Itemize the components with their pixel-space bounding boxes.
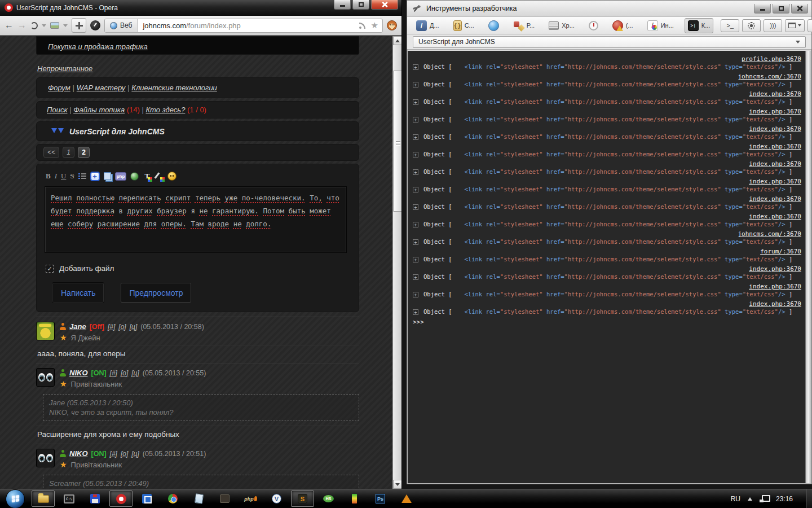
dock-button[interactable] [807, 19, 812, 32]
post-action-link[interactable]: [о] [121, 369, 128, 377]
tab-utilities[interactable]: Ин... [644, 18, 677, 33]
php-icon[interactable]: php [115, 172, 127, 181]
underline-icon[interactable]: U [61, 172, 66, 181]
taskbar-item-gradient[interactable] [343, 491, 366, 507]
expand-icon[interactable]: + [413, 82, 418, 87]
unread-link[interactable]: Непрочитанное [37, 64, 92, 73]
images-icon[interactable] [50, 22, 59, 29]
console-prompt[interactable]: >>> [408, 318, 805, 326]
post-action-link[interactable]: [о] [121, 450, 128, 458]
expand-icon[interactable]: + [413, 169, 418, 175]
start-button[interactable] [6, 489, 25, 508]
clock[interactable]: 23:16 [776, 495, 793, 503]
taskbar-item-alert[interactable] [395, 491, 418, 507]
scroll-up-arrow[interactable] [393, 36, 401, 45]
context-selector[interactable]: UserScript для JohnCMS [413, 36, 806, 48]
expand-icon[interactable]: + [413, 117, 418, 122]
maximize-button[interactable] [352, 0, 369, 10]
preview-button[interactable]: Предпросмотр [121, 283, 191, 303]
expand-icon[interactable]: + [413, 152, 418, 157]
expand-icon[interactable]: + [413, 274, 418, 280]
post-action-link[interactable]: [#] [110, 369, 117, 377]
settings-button[interactable] [742, 19, 761, 32]
monkey-extension-icon[interactable] [387, 20, 397, 30]
close-button[interactable] [371, 0, 398, 10]
address-bar[interactable]: Веб johncms.com/forum/index.php ★ [104, 19, 383, 33]
tab-resources[interactable]: Р... [510, 18, 538, 33]
tab-documents[interactable]: Д... [413, 18, 443, 33]
page-button[interactable]: 1 [63, 147, 74, 158]
reload-dropdown-icon[interactable] [42, 24, 46, 29]
copy-icon[interactable] [104, 172, 111, 180]
search-link[interactable]: Поиск [47, 106, 68, 114]
italic-icon[interactable]: I [55, 172, 57, 181]
expand-icon[interactable]: + [413, 99, 418, 105]
opera-titlebar[interactable]: UserScript для JohnCMS - Opera [0, 0, 401, 16]
bold-icon[interactable]: B [46, 172, 51, 181]
tab-errors[interactable]: (... [609, 18, 637, 33]
rss-icon[interactable] [359, 22, 367, 29]
devtools-titlebar[interactable]: Инструменты разработчика [407, 1, 811, 17]
expand-icon[interactable]: + [413, 187, 418, 192]
post-action-link[interactable]: [ц] [131, 369, 139, 377]
expand-icon[interactable]: + [413, 239, 418, 245]
page-button[interactable]: << [43, 147, 59, 158]
post-action-link[interactable]: [#] [110, 450, 117, 458]
expand-icon[interactable]: + [413, 64, 418, 70]
post-action-link[interactable]: [#] [108, 323, 115, 331]
expand-icon[interactable]: + [413, 222, 418, 227]
expand-icon[interactable]: + [413, 292, 418, 297]
language-indicator[interactable]: RU [731, 495, 740, 503]
tab-profiler[interactable] [585, 19, 602, 33]
attach-file-checkbox[interactable]: ✓ [46, 265, 54, 273]
textcolor-icon[interactable]: T [143, 172, 151, 181]
who-is-here-link[interactable]: Кто здесь? [145, 106, 185, 114]
minimize-button[interactable] [754, 4, 771, 14]
page-scrollbar[interactable] [392, 36, 401, 489]
message-textarea[interactable]: Решил полностью переписать скрипт теперь… [45, 186, 347, 253]
forward-icon[interactable]: → [17, 19, 27, 32]
minimize-button[interactable] [334, 0, 351, 10]
scroll-thumb[interactable] [393, 71, 401, 212]
add-icon[interactable]: + [90, 172, 100, 181]
link-icon[interactable] [130, 172, 139, 181]
console-prompt-button[interactable]: >_ [721, 19, 739, 32]
list-icon[interactable] [78, 173, 86, 179]
tab-scripts[interactable]: С... [450, 18, 478, 33]
attach-window-button[interactable] [785, 19, 805, 32]
author-link[interactable]: NIKO [69, 449, 88, 458]
remote-debug-button[interactable]: ))) [764, 19, 782, 32]
author-link[interactable]: NIKO [69, 369, 88, 377]
tray-expand-icon[interactable] [748, 495, 752, 501]
taskbar-item-notes[interactable] [187, 491, 210, 507]
show-desktop-button[interactable] [806, 489, 812, 508]
tab-storage[interactable]: Хр... [545, 19, 578, 32]
expand-icon[interactable]: + [413, 134, 418, 140]
breadcrumb-link[interactable]: Форум [48, 84, 70, 92]
breadcrumb-link[interactable]: WAP мастеру [77, 84, 126, 92]
maximize-button[interactable] [773, 4, 789, 14]
taskbar-item-save[interactable] [83, 491, 107, 507]
site-badge[interactable]: Веб [105, 19, 138, 32]
expand-icon[interactable]: + [413, 204, 418, 210]
page-current[interactable]: 2 [78, 147, 90, 158]
opera-turbo-icon[interactable] [90, 20, 100, 30]
tab-console[interactable]: К... [685, 18, 714, 33]
network-icon[interactable] [760, 495, 769, 502]
submit-button[interactable]: Написать [52, 283, 104, 303]
console-scrollbar[interactable] [805, 51, 811, 483]
taskbar-item-terminal[interactable] [213, 491, 236, 507]
highlight-icon[interactable] [155, 172, 164, 181]
taskbar-item-sublime[interactable]: S [291, 491, 314, 507]
taskbar-item-cmd[interactable]: C:\ [58, 491, 81, 507]
taskbar-item-photoshop[interactable]: Ps [369, 491, 392, 507]
taskbar-item-php[interactable]: php [239, 491, 262, 507]
post-action-link[interactable]: [ц] [130, 323, 138, 331]
images-dropdown-icon[interactable] [63, 24, 68, 29]
add-tab-button[interactable] [72, 18, 86, 33]
reload-icon[interactable] [30, 22, 38, 29]
taskbar-item-blue-window[interactable] [135, 491, 158, 507]
category-link[interactable]: Покупка и продажа трафика [48, 42, 148, 51]
expand-icon[interactable]: + [413, 309, 418, 315]
url-text[interactable]: johncms.com/forum/index.php [143, 21, 240, 30]
